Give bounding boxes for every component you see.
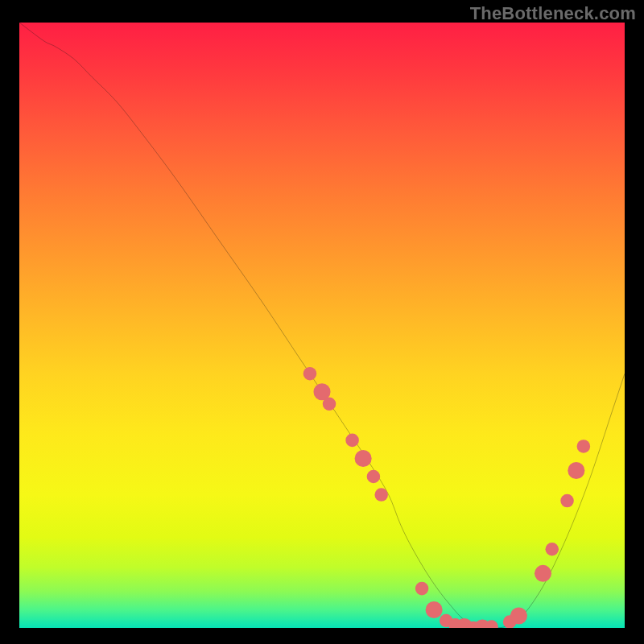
chart-marker (426, 601, 443, 618)
chart-marker (323, 397, 336, 411)
watermark-label: TheBottleneck.com (470, 3, 636, 24)
chart-marker (355, 450, 372, 467)
chart-marker (345, 434, 359, 448)
chart-marker (510, 607, 527, 624)
chart-marker (545, 543, 559, 556)
chart-svg (19, 23, 625, 628)
chart-marker (560, 494, 574, 508)
chart-markers (303, 367, 590, 628)
chart-marker (374, 488, 388, 502)
chart-marker (577, 440, 591, 453)
chart-marker (568, 462, 584, 479)
chart-curve (19, 23, 625, 628)
chart-marker (303, 367, 317, 381)
chart-marker (415, 582, 429, 596)
chart-plot-area (19, 23, 625, 628)
chart-marker (367, 470, 381, 484)
chart-marker (535, 565, 551, 582)
